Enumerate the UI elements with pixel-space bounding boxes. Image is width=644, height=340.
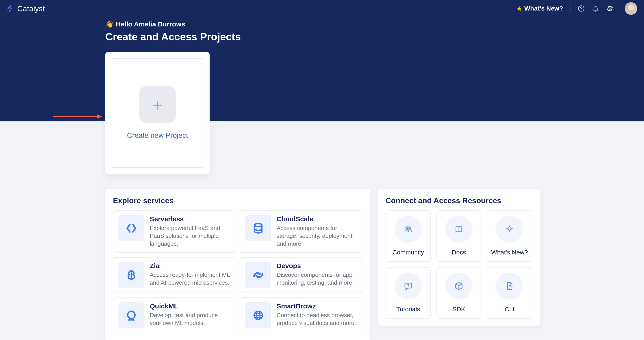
service-desc: Explore powerful FaaS and PaaS solutions… [150, 224, 230, 248]
avatar[interactable] [625, 2, 637, 15]
top-actions: ★ What's New? [516, 2, 637, 15]
resources-panel: Connect and Access Resources CommunityDo… [378, 189, 540, 326]
greeting: 👋 Hello Amelia Burrows [105, 20, 644, 28]
service-card-cloudscale[interactable]: CloudScaleAccess components for storage,… [240, 210, 362, 253]
wave-icon: 👋 [105, 20, 114, 28]
whats-new-link[interactable]: ★ What's New? [516, 5, 570, 12]
greeting-text: Hello Amelia Burrows [116, 20, 185, 28]
package-icon [446, 273, 472, 300]
service-title: SmartBrowz [276, 302, 357, 310]
content-area: Explore services ServerlessExplore power… [0, 121, 644, 340]
service-desc: Connect to headless browser, produce vis… [276, 311, 357, 327]
resource-label: SDK [452, 306, 465, 313]
create-project-card[interactable]: ＋ Create new Project [105, 52, 210, 174]
resources-title: Connect and Access Resources [386, 196, 532, 205]
resource-card-community[interactable]: Community [386, 210, 431, 262]
svg-marker-4 [97, 114, 102, 119]
page-title: Create and Access Projects [105, 31, 644, 43]
hero-banner: Catalyst ★ What's New? 👋 Hello Amelia Bu… [0, 0, 644, 121]
plus-icon: ＋ [140, 86, 176, 123]
file-code-icon [496, 273, 523, 300]
service-desc: Discover components for app monitoring, … [276, 271, 357, 287]
service-text: CloudScaleAccess components for storage,… [276, 215, 357, 248]
devops-icon [245, 262, 271, 288]
hero-content: 👋 Hello Amelia Burrows Create and Access… [0, 17, 644, 43]
resource-label: Tutorials [396, 306, 420, 313]
resource-label: CLI [504, 306, 514, 313]
gear-icon[interactable] [606, 5, 614, 12]
book-icon [446, 216, 472, 243]
service-text: ZiaAccess ready-to-implement ML and AI-p… [150, 262, 230, 287]
service-title: Zia [150, 262, 230, 270]
service-title: Serverless [150, 215, 230, 223]
service-title: Devops [276, 262, 357, 270]
community-icon [395, 216, 422, 243]
service-title: CloudScale [276, 215, 357, 223]
service-text: DevopsDiscover components for app monito… [276, 262, 357, 287]
crystal-ball-icon [118, 302, 144, 328]
service-desc: Access ready-to-implement ML and AI-powe… [150, 271, 230, 287]
svg-point-2 [609, 7, 611, 9]
resource-label: Community [392, 249, 424, 256]
help-icon[interactable] [578, 5, 585, 12]
resource-card-sdk[interactable]: SDK [436, 267, 482, 319]
service-desc: Develop, test and produce your own ML mo… [150, 311, 230, 327]
annotation-arrow [52, 113, 102, 120]
catalyst-logo-icon [6, 4, 14, 13]
resource-card-cli[interactable]: CLI [487, 267, 532, 319]
explore-title: Explore services [113, 196, 362, 205]
explore-services-panel: Explore services ServerlessExplore power… [105, 189, 370, 340]
top-bar: Catalyst ★ What's New? [0, 0, 644, 17]
globe-icon [245, 302, 271, 328]
brain-icon [118, 262, 144, 288]
service-card-zia[interactable]: ZiaAccess ready-to-implement ML and AI-p… [113, 257, 235, 293]
create-project-inner: ＋ Create new Project [112, 58, 203, 168]
service-text: SmartBrowzConnect to headless browser, p… [276, 302, 357, 327]
svg-point-1 [581, 10, 582, 10]
database-icon [245, 215, 271, 241]
brand: Catalyst [6, 4, 516, 13]
service-title: QuickML [150, 302, 230, 310]
code-icon [118, 215, 144, 241]
resource-card-tutorials[interactable]: Tutorials [386, 267, 431, 319]
bell-icon[interactable] [592, 5, 599, 12]
resource-label: What's New? [491, 249, 528, 256]
resource-label: Docs [452, 249, 466, 256]
service-card-serverless[interactable]: ServerlessExplore powerful FaaS and PaaS… [113, 210, 235, 253]
service-text: ServerlessExplore powerful FaaS and PaaS… [150, 215, 230, 248]
create-project-label: Create new Project [127, 131, 188, 140]
resource-card-what-s-new-[interactable]: What's New? [487, 210, 532, 262]
service-card-smartbrowz[interactable]: SmartBrowzConnect to headless browser, p… [240, 298, 362, 333]
service-card-devops[interactable]: DevopsDiscover components for app monito… [240, 257, 362, 293]
whats-new-label: What's New? [524, 5, 563, 12]
sparkle-icon [496, 216, 523, 243]
chat-help-icon [395, 273, 422, 300]
resource-card-docs[interactable]: Docs [436, 210, 482, 262]
service-desc: Access components for storage, security,… [276, 224, 357, 248]
service-card-quickml[interactable]: QuickMLDevelop, test and produce your ow… [113, 298, 235, 333]
brand-name: Catalyst [17, 4, 45, 13]
service-text: QuickMLDevelop, test and produce your ow… [150, 302, 230, 327]
star-icon: ★ [516, 5, 522, 12]
